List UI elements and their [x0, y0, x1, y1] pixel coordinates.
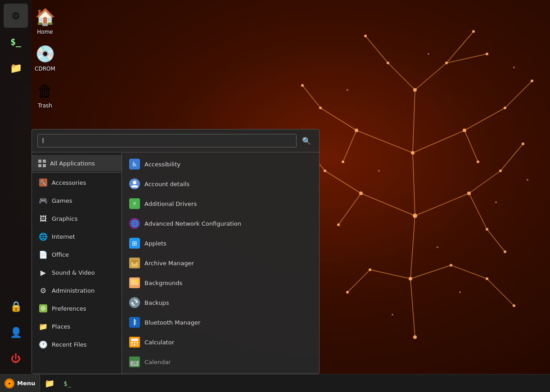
svg-rect-102: [136, 342, 138, 343]
accessibility-app-icon: ♿: [129, 159, 140, 169]
sidebar-item-terminal[interactable]: $_: [4, 30, 28, 54]
category-internet-label: Internet: [52, 233, 75, 240]
app-item-calculator[interactable]: Calculator: [122, 332, 319, 352]
lock-icon: 🔒: [10, 301, 22, 312]
category-preferences[interactable]: Preferences: [32, 299, 122, 317]
recent-icon: 🕐: [38, 339, 48, 349]
cdrom-icon: 💿: [34, 43, 56, 65]
menu-popup: 🔍 All Applications 🔧 Accessories: [32, 129, 320, 374]
category-games-label: Games: [52, 197, 72, 204]
svg-rect-105: [136, 344, 138, 346]
category-internet[interactable]: 🌐 Internet: [32, 227, 122, 245]
calendar-app-icon: 28: [129, 356, 140, 367]
settings-icon: ⚙: [11, 10, 20, 22]
category-games[interactable]: 🎮 Games: [32, 192, 122, 209]
search-button[interactable]: 🔍: [299, 135, 314, 147]
account-details-app-icon: [129, 178, 140, 189]
additional-drivers-app-icon: ⚡: [129, 198, 140, 209]
app-item-account-details[interactable]: Account details: [122, 174, 319, 194]
svg-rect-101: [134, 342, 135, 343]
taskbar-app-files[interactable]: 📁: [40, 374, 59, 392]
svg-rect-103: [131, 344, 133, 346]
app-item-additional-drivers[interactable]: ⚡ Additional Drivers: [122, 194, 319, 214]
trash-icon-label: Trash: [38, 102, 52, 109]
sidebar-item-users[interactable]: 👤: [4, 320, 28, 344]
svg-text:🌐: 🌐: [131, 220, 139, 227]
accessories-icon: 🔧: [38, 178, 48, 187]
app-label-backgrounds: Backgrounds: [144, 280, 182, 286]
app-item-bluetooth[interactable]: ᛒ Bluetooth Manager: [122, 312, 319, 332]
svg-rect-108: [131, 359, 139, 361]
category-accessories-label: Accessories: [52, 179, 86, 186]
category-administration-label: Administration: [52, 287, 95, 294]
app-item-advanced-network[interactable]: 🌐 Advanced Network Configuration: [122, 214, 319, 233]
desktop-icon-cdrom[interactable]: 💿 CDROM: [27, 41, 63, 74]
category-all[interactable]: All Applications: [32, 155, 122, 171]
advanced-network-app-icon: 🌐: [129, 218, 140, 229]
svg-text:♿: ♿: [132, 160, 138, 168]
desktop-icon-trash[interactable]: 🗑 Trash: [27, 78, 63, 111]
preferences-icon: [38, 303, 48, 313]
category-administration[interactable]: ⚙ Administration: [32, 281, 122, 299]
power-icon: ⏻: [11, 353, 21, 364]
app-label-applets: Applets: [144, 240, 167, 247]
app-item-calendar[interactable]: 28 Calendar: [122, 352, 319, 372]
calculator-app-icon: [129, 337, 140, 347]
category-graphics[interactable]: 🖼 Graphics: [32, 209, 122, 227]
sidebar-item-files[interactable]: 📁: [4, 56, 28, 80]
desktop-icons-area: 🏠 Home 💿 CDROM 🗑 Trash: [27, 4, 63, 111]
menu-apps-list: ♿ Accessibility Account details ⚡ Additi…: [122, 152, 319, 374]
app-item-archive-manager[interactable]: Archive Manager: [122, 253, 319, 273]
sidebar-item-power[interactable]: ⏻: [4, 346, 28, 370]
category-office[interactable]: 📄 Office: [32, 245, 122, 263]
category-sound-video-label: Sound & Video: [52, 269, 95, 276]
terminal-icon: $_: [10, 36, 21, 47]
files-icon: 📁: [10, 62, 22, 74]
app-label-backups: Backups: [144, 299, 169, 306]
files-taskbar-icon: 📁: [45, 379, 54, 388]
app-item-backgrounds[interactable]: Backgrounds: [122, 273, 319, 293]
svg-rect-99: [131, 339, 138, 341]
trash-icon: 🗑: [34, 80, 56, 102]
desktop-icon-home[interactable]: 🏠 Home: [27, 4, 63, 37]
search-input[interactable]: [37, 134, 297, 147]
applets-app-icon: ⊞: [129, 238, 140, 249]
category-all-label: All Applications: [50, 160, 95, 167]
sidebar-item-lock[interactable]: 🔒: [4, 294, 28, 318]
app-label-account-details: Account details: [144, 181, 189, 187]
svg-text:⊞: ⊞: [132, 240, 137, 247]
menu-search-bar: 🔍: [32, 129, 319, 152]
category-places[interactable]: 📁 Places: [32, 317, 122, 335]
home-icon: 🏠: [34, 6, 56, 28]
games-icon: 🎮: [38, 196, 48, 205]
archive-manager-app-icon: [129, 258, 140, 268]
all-apps-icon: [38, 159, 46, 167]
cdrom-icon-label: CDROM: [35, 66, 55, 72]
sound-video-icon: ▶: [38, 267, 48, 277]
taskbar-menu-label: Menu: [17, 380, 35, 387]
svg-point-94: [135, 280, 138, 282]
svg-rect-91: [133, 263, 136, 263]
category-sound-video[interactable]: ▶ Sound & Video: [32, 263, 122, 281]
svg-point-77: [43, 308, 44, 309]
backgrounds-app-icon: [129, 277, 140, 288]
menu-categories: All Applications 🔧 Accessories 🎮 Games 🖼…: [32, 152, 122, 374]
app-label-calendar: Calendar: [144, 359, 171, 365]
taskbar-app-terminal[interactable]: $_: [59, 374, 76, 392]
backups-app-icon: [129, 297, 140, 308]
app-item-backups[interactable]: Backups: [122, 293, 319, 312]
svg-text:✦: ✦: [8, 381, 11, 386]
category-preferences-label: Preferences: [52, 305, 86, 312]
separator: [32, 172, 122, 173]
category-recent[interactable]: 🕐 Recent Files: [32, 335, 122, 353]
taskbar-menu-button[interactable]: ✦ Menu: [0, 374, 40, 392]
svg-text:28: 28: [132, 361, 137, 365]
category-office-label: Office: [52, 251, 69, 258]
sidebar-item-settings[interactable]: ⚙: [4, 4, 28, 28]
category-graphics-label: Graphics: [52, 215, 77, 222]
app-label-advanced-network: Advanced Network Configuration: [144, 220, 241, 227]
app-item-accessibility[interactable]: ♿ Accessibility: [122, 154, 319, 174]
users-icon: 👤: [10, 327, 22, 338]
app-item-applets[interactable]: ⊞ Applets: [122, 233, 319, 253]
category-accessories[interactable]: 🔧 Accessories: [32, 174, 122, 192]
